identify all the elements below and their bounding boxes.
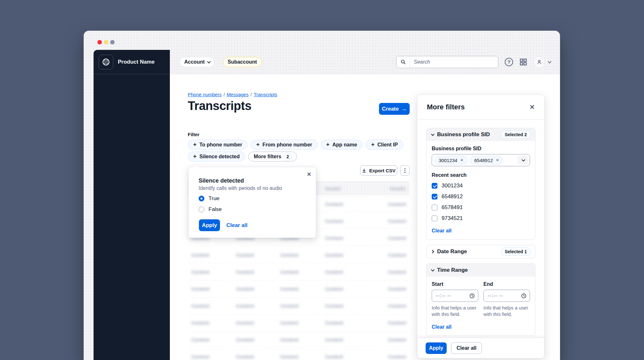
accordion-date-header[interactable]: Date Range Selected 1 [427, 245, 535, 258]
sidebar: Product Name [94, 50, 170, 360]
start-time-input[interactable] [436, 293, 467, 299]
user-icon [536, 59, 542, 65]
blurred-cell: Content [236, 303, 254, 309]
plus-icon: + [256, 141, 260, 148]
radio-option-true[interactable]: True [199, 195, 219, 202]
blurred-cell: Content [191, 252, 209, 258]
user-menu-button[interactable] [534, 56, 550, 68]
blurred-cell: Content [388, 252, 406, 258]
tag-remove-icon[interactable]: ✕ [460, 158, 463, 162]
recent-search-item[interactable]: 6578491 [432, 204, 530, 211]
subaccount-badge[interactable]: Subaccount [223, 57, 262, 67]
recent-search-item[interactable]: 6548912 [432, 193, 530, 200]
popover-apply-button[interactable]: Apply [199, 219, 220, 231]
blurred-cell: Content [388, 201, 406, 207]
blurred-cell: Content [325, 201, 343, 207]
table-row: ContentContentContentContentContent [188, 282, 410, 295]
clock-icon [521, 293, 527, 299]
breadcrumb-link[interactable]: Transcripts [254, 92, 277, 97]
business-clear-all-link[interactable]: Clear all [432, 228, 451, 234]
selected-tag[interactable]: 6548912✕ [470, 156, 503, 164]
blurred-cell: Content [191, 320, 209, 325]
minimize-window-dot[interactable] [104, 40, 108, 44]
zoom-window-dot[interactable] [110, 40, 115, 44]
account-dropdown[interactable]: Account [179, 57, 215, 67]
app-window: Product Name Account Subaccount ? [84, 31, 560, 360]
table-overflow-menu-button[interactable]: ⋮ [400, 165, 410, 176]
product-logo-icon[interactable] [99, 55, 113, 69]
tag-remove-icon[interactable]: ✕ [496, 158, 499, 162]
filter-chip-label: Silence detected [200, 154, 240, 160]
close-window-dot[interactable] [97, 40, 102, 44]
breadcrumb-link[interactable]: Messages [227, 92, 248, 97]
end-time-input[interactable] [488, 293, 519, 299]
radio-selected-icon[interactable] [199, 196, 204, 201]
blurred-cell: Content [236, 269, 254, 275]
popover-title: Silence detected [199, 177, 244, 184]
account-label: Account [184, 59, 205, 65]
accordion-business-header[interactable]: Business profile SID Selected 2 [427, 128, 535, 141]
filter-chip[interactable]: +Silence detected [188, 152, 245, 161]
search-icon[interactable] [397, 56, 410, 68]
panel-apply-button[interactable]: Apply [426, 342, 447, 354]
blurred-cell: Content [280, 337, 299, 342]
blurred-cell: Content [325, 286, 343, 292]
time-clear-all-link[interactable]: Clear all [432, 324, 451, 330]
panel-header: More filters ✕ [417, 95, 544, 120]
sidebar-header: Product Name [94, 50, 170, 74]
export-csv-button[interactable]: Export CSV [360, 165, 397, 176]
breadcrumb-link[interactable]: Phone numbers [188, 92, 222, 97]
selected-count-badge: Selected 1 [501, 247, 531, 256]
checkbox-checked-icon[interactable] [432, 194, 437, 200]
popover-close-button[interactable]: ✕ [307, 171, 311, 178]
accordion-time-header[interactable]: Time Range [427, 264, 535, 277]
blurred-cell: Content [280, 269, 299, 275]
table-row: ContentContentContentContentContent [188, 248, 410, 262]
recent-search-item[interactable]: 9734521 [432, 215, 530, 222]
panel-close-button[interactable]: ✕ [529, 103, 535, 111]
filter-chip[interactable]: +Client IP [366, 140, 403, 150]
blurred-cell: Content [388, 218, 406, 224]
help-button[interactable]: ? [505, 58, 513, 66]
plus-icon: + [193, 153, 197, 160]
blurred-cell: Content [325, 320, 343, 325]
apps-grid-button[interactable] [519, 58, 527, 66]
blurred-cell: Content [388, 269, 406, 275]
panel-footer: Apply Clear all [417, 338, 544, 358]
recent-search-item[interactable]: 3001234 [432, 183, 530, 189]
table-row: ContentContentContentContentContent [188, 316, 410, 329]
filter-chip-label: Client IP [377, 142, 398, 148]
create-button[interactable]: Create → [379, 103, 410, 115]
end-time-field [483, 290, 530, 302]
panel-clear-all-button[interactable]: Clear all [451, 342, 482, 354]
download-icon [362, 168, 367, 173]
recent-search-list: 3001234654891265784919734521 [432, 183, 530, 222]
search-input[interactable] [410, 59, 498, 65]
select-chevron-button[interactable] [518, 156, 528, 165]
help-icon: ? [505, 58, 513, 66]
blurred-cell: Content [236, 320, 254, 325]
plus-icon: + [193, 141, 197, 148]
filter-chip[interactable]: +App name [321, 140, 363, 150]
blurred-cell: Content [388, 286, 406, 292]
selected-tag[interactable]: 3001234✕ [435, 156, 467, 164]
checkbox-unchecked-icon[interactable] [432, 215, 437, 221]
accordion-business-profile-sid: Business profile SID Selected 2 Business… [426, 128, 535, 240]
tag-value: 3001234 [439, 158, 457, 163]
radio-unselected-icon[interactable] [199, 207, 204, 212]
filter-chip[interactable]: +To phone number [188, 140, 247, 150]
recent-search-value: 3001234 [442, 183, 463, 189]
start-time-field [432, 290, 478, 302]
filter-chip[interactable]: +From phone number [251, 140, 317, 150]
chevron-down-icon [207, 59, 211, 63]
table-row: ContentContentContentContentContent [188, 299, 410, 312]
business-sid-multiselect[interactable]: 3001234✕6548912✕ [432, 154, 530, 166]
blurred-cell: Content [236, 286, 254, 292]
checkbox-checked-icon[interactable] [432, 183, 437, 189]
blurred-cell: Content [325, 269, 343, 275]
radio-option-false[interactable]: False [199, 206, 222, 213]
more-filters-chip[interactable]: More filters2 [248, 152, 297, 161]
popover-clear-all-link[interactable]: Clear all [226, 222, 247, 229]
blurred-cell: Content [388, 354, 406, 359]
checkbox-unchecked-icon[interactable] [432, 205, 437, 210]
